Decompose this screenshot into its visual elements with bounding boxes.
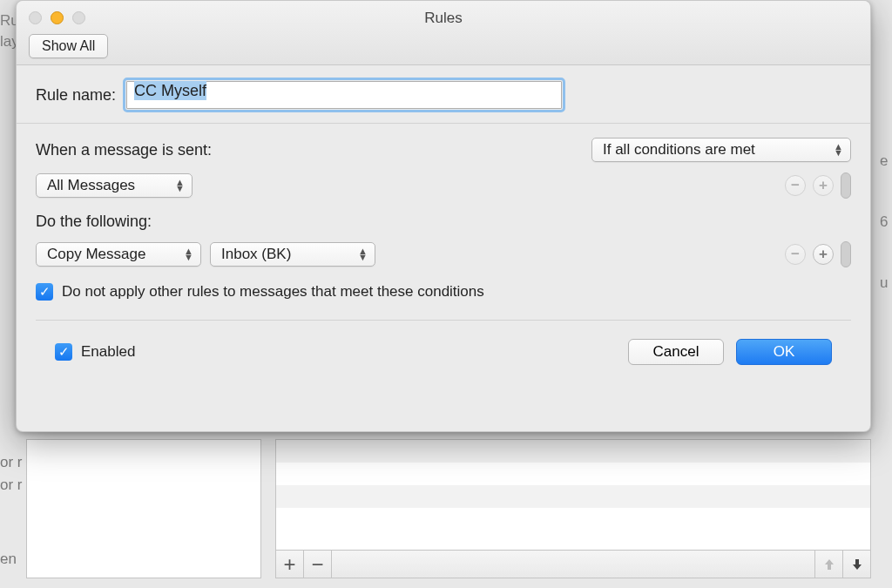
remove-condition-button[interactable]: − (785, 175, 806, 196)
divider (17, 123, 870, 124)
background-below-text: or r or r en (0, 451, 23, 571)
add-condition-button[interactable]: + (813, 175, 834, 196)
add-button[interactable]: + (276, 551, 304, 578)
ok-button[interactable]: OK (736, 339, 832, 365)
move-down-button[interactable] (842, 551, 870, 578)
action-target-value: Inbox (BK) (221, 246, 291, 263)
action-target-select[interactable]: Inbox (BK) ▲▼ (210, 242, 375, 267)
stepper-arrows-icon: ▲▼ (358, 248, 368, 260)
drag-handle[interactable] (841, 241, 851, 267)
condition-match-select[interactable]: If all conditions are met ▲▼ (591, 138, 851, 162)
condition-match-value: If all conditions are met (603, 141, 755, 159)
show-all-button[interactable]: Show All (29, 34, 108, 58)
window-title: Rules (17, 10, 870, 27)
action-value: Copy Message (47, 246, 145, 263)
titlebar: Rules Show All (17, 1, 870, 65)
remove-button[interactable]: − (304, 551, 332, 578)
condition-select[interactable]: All Messages ▲▼ (36, 173, 193, 198)
enabled-checkbox[interactable]: ✓ (55, 343, 72, 361)
rule-name-label: Rule name: (36, 86, 116, 105)
background-panels: + − (26, 439, 871, 578)
background-list (276, 440, 870, 550)
dialog-content: Rule name: CC Myself When a message is s… (17, 65, 870, 431)
add-action-button[interactable]: + (813, 244, 834, 265)
stepper-arrows-icon: ▲▼ (184, 248, 193, 260)
background-left-panel (26, 439, 261, 578)
background-right-panel: + − (275, 439, 871, 578)
background-right-text: e 6 u (880, 131, 892, 314)
stepper-arrows-icon: ▲▼ (175, 179, 185, 192)
stepper-arrows-icon: ▲▼ (834, 144, 843, 156)
drag-handle[interactable] (841, 172, 851, 199)
remove-action-button[interactable]: − (785, 244, 806, 265)
when-sent-label: When a message is sent: (36, 141, 212, 159)
do-following-label: Do the following: (36, 213, 851, 231)
rule-name-input[interactable]: CC Myself (126, 81, 562, 109)
cancel-button[interactable]: Cancel (628, 339, 724, 365)
do-not-apply-label: Do not apply other rules to messages tha… (62, 283, 484, 301)
action-select[interactable]: Copy Message ▲▼ (36, 242, 201, 267)
move-up-button[interactable] (814, 551, 842, 578)
condition-value: All Messages (47, 177, 135, 194)
enabled-label: Enabled (81, 343, 135, 361)
background-footer: + − (276, 550, 870, 578)
arrow-down-icon (850, 558, 864, 571)
arrow-up-icon (822, 558, 836, 571)
do-not-apply-checkbox[interactable]: ✓ (36, 283, 53, 301)
rules-dialog: Rules Show All Rule name: CC Myself When… (16, 0, 871, 432)
